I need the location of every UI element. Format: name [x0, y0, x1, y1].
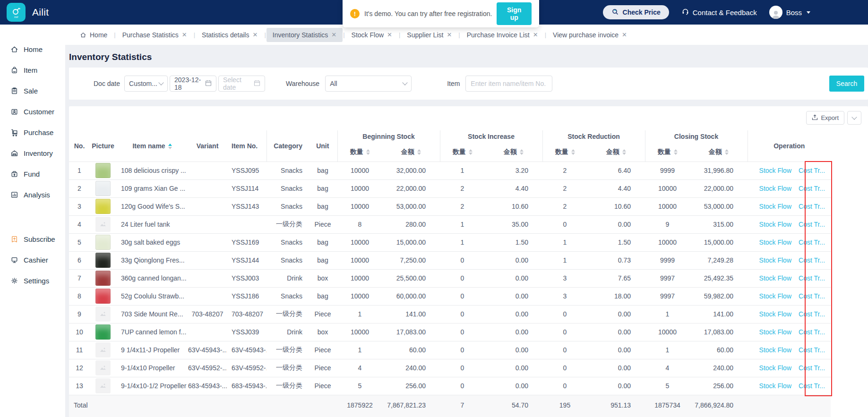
subcol-qty[interactable]: 数量	[645, 143, 690, 162]
subcol-amount[interactable]: 金额	[690, 143, 748, 162]
stock-flow-link[interactable]: Stock Flow	[759, 382, 791, 390]
cost-transfer-link[interactable]: Cost Tr...	[799, 221, 825, 228]
sort-icon[interactable]	[674, 149, 678, 155]
sidebar-item-cashier[interactable]: Cashier	[0, 249, 65, 270]
subcol-qty[interactable]: 数量	[440, 143, 485, 162]
stock-flow-link[interactable]: Stock Flow	[759, 185, 791, 192]
cost-transfer-link[interactable]: Cost Tr...	[799, 328, 825, 336]
chevron-down-icon	[851, 114, 857, 119]
close-icon[interactable]: ✕	[252, 31, 258, 38]
tab-view-purchase-invoice[interactable]: View purchase invoice✕	[547, 28, 633, 42]
cost-transfer-link[interactable]: Cost Tr...	[799, 238, 825, 246]
check-price-button[interactable]: Check Price	[603, 5, 669, 19]
col-item-name[interactable]: Item name	[116, 130, 188, 162]
total-inc-qty: 7	[440, 395, 485, 417]
tab-supplier-list[interactable]: Supplier List✕	[401, 28, 458, 42]
cost-transfer-link[interactable]: Cost Tr...	[799, 203, 825, 210]
stock-flow-link[interactable]: Stock Flow	[759, 310, 791, 318]
subcol-amount[interactable]: 金额	[587, 143, 645, 162]
tab-statistics-details[interactable]: Statistics details✕	[196, 28, 264, 42]
sort-icon[interactable]	[417, 149, 421, 155]
image-placeholder-icon	[99, 364, 107, 372]
sidebar-item-inventory[interactable]: Inventory	[0, 143, 65, 163]
stock-flow-link[interactable]: Stock Flow	[759, 221, 791, 228]
total-begin-qty: 1875922	[337, 395, 382, 417]
cost-transfer-link[interactable]: Cost Tr...	[799, 382, 825, 390]
sort-icon[interactable]	[469, 149, 473, 155]
warehouse-select[interactable]: All	[325, 76, 412, 92]
tab-stock-flow[interactable]: Stock Flow✕	[345, 28, 398, 42]
sidebar-item-item[interactable]: Item	[0, 60, 65, 80]
date-to-input[interactable]: Select date	[218, 76, 265, 92]
date-range-select[interactable]: Custom...	[124, 76, 168, 92]
total-close-amt: 7,866,924.80	[690, 395, 748, 417]
stock-flow-link[interactable]: Stock Flow	[759, 238, 791, 246]
chevron-down-icon	[807, 11, 810, 14]
cost-transfer-link[interactable]: Cost Tr...	[799, 310, 825, 318]
cost-transfer-link[interactable]: Cost Tr...	[799, 185, 825, 192]
sidebar-item-sale[interactable]: Sale	[0, 80, 65, 101]
group-stock-reduction: Stock Reduction	[542, 130, 645, 143]
sort-icon[interactable]	[366, 149, 370, 155]
item-picture	[90, 197, 116, 215]
date-from-input[interactable]: 2023-12-18	[170, 76, 216, 92]
user-menu[interactable]: Boss	[769, 6, 810, 19]
sort-icon[interactable]	[622, 149, 626, 155]
sidebar-item-customer[interactable]: Customer	[0, 101, 65, 122]
stock-flow-link[interactable]: Stock Flow	[759, 292, 791, 300]
stock-flow-link[interactable]: Stock Flow	[759, 364, 791, 372]
cost-transfer-link[interactable]: Cost Tr...	[799, 167, 825, 174]
sidebar-item-analysis[interactable]: Analysis	[0, 184, 65, 205]
stock-flow-link[interactable]: Stock Flow	[759, 203, 791, 210]
stock-flow-link[interactable]: Stock Flow	[759, 256, 791, 264]
tab-purchase-invoice-list[interactable]: Purchase Invoice List✕	[461, 28, 544, 42]
sort-icon[interactable]	[725, 149, 729, 155]
tab-purchase-statistics[interactable]: Purchase Statistics✕	[116, 28, 193, 42]
export-more-button[interactable]	[847, 111, 861, 125]
sidebar-item-fund[interactable]: Fund	[0, 163, 65, 184]
table-row: 4 24 Liter fuel tank 一级分类 Piece 8 280.00…	[69, 215, 831, 233]
subcol-qty[interactable]: 数量	[337, 143, 382, 162]
table-row: 1 108 delicious crispy ... YSSJ095 Snack…	[69, 162, 831, 179]
cost-transfer-link[interactable]: Cost Tr...	[799, 274, 825, 282]
subcol-amount[interactable]: 金额	[382, 143, 440, 162]
chevron-down-icon	[158, 80, 163, 85]
close-icon[interactable]: ✕	[182, 31, 187, 38]
doc-date-label: Doc date	[94, 80, 120, 87]
stock-flow-link[interactable]: Stock Flow	[759, 346, 791, 354]
sign-up-button[interactable]: Sign up	[497, 2, 532, 25]
close-icon[interactable]: ✕	[331, 31, 336, 38]
sidebar-item-purchase[interactable]: Purchase	[0, 122, 65, 143]
contact-feedback-link[interactable]: Contact & Feedback	[681, 8, 757, 17]
item-search-input[interactable]	[465, 76, 552, 92]
cost-transfer-link[interactable]: Cost Tr...	[799, 364, 825, 372]
export-button[interactable]: Export	[806, 111, 844, 125]
close-icon[interactable]: ✕	[447, 31, 452, 38]
item-picture	[90, 162, 116, 179]
sort-icon[interactable]	[168, 144, 172, 149]
cost-transfer-link[interactable]: Cost Tr...	[799, 346, 825, 354]
search-button[interactable]: Search	[829, 76, 864, 92]
sidebar-item-settings[interactable]: Settings	[0, 270, 65, 291]
close-icon[interactable]: ✕	[533, 31, 538, 38]
close-icon[interactable]: ✕	[622, 31, 627, 38]
stock-flow-link[interactable]: Stock Flow	[759, 167, 791, 174]
table-row: 5 30g salt baked eggs YSSJ169 Snacks bag…	[69, 233, 831, 251]
tab-inventory-statistics[interactable]: Inventory Statistics✕	[266, 28, 343, 42]
close-icon[interactable]: ✕	[387, 31, 392, 38]
col-item-no: Item No.	[227, 130, 266, 162]
subcol-amount[interactable]: 金额	[485, 143, 542, 162]
stock-flow-link[interactable]: Stock Flow	[759, 274, 791, 282]
purchase-icon	[10, 128, 18, 136]
tab-home[interactable]: Home	[74, 28, 113, 42]
subcol-qty[interactable]: 数量	[542, 143, 587, 162]
total-red-amt: 951.13	[587, 395, 645, 417]
calendar-icon	[205, 80, 212, 88]
sidebar-item-subscribe[interactable]: Subscribe	[0, 229, 65, 249]
cost-transfer-link[interactable]: Cost Tr...	[799, 256, 825, 264]
stock-flow-link[interactable]: Stock Flow	[759, 328, 791, 336]
sort-icon[interactable]	[571, 149, 575, 155]
sort-icon[interactable]	[520, 149, 524, 155]
cost-transfer-link[interactable]: Cost Tr...	[799, 292, 825, 300]
sidebar-item-home[interactable]: Home	[0, 39, 65, 60]
